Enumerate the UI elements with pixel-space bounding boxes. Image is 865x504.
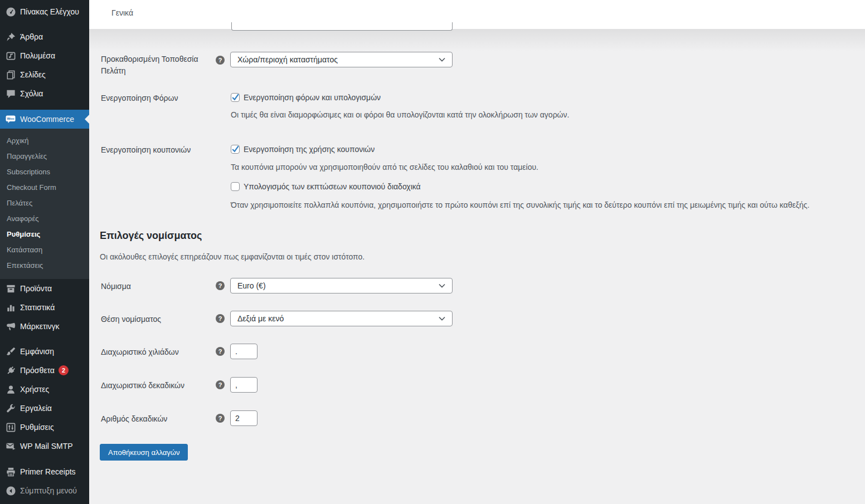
help-icon[interactable]: ? [216, 56, 225, 65]
thousand-separator-input[interactable] [230, 344, 257, 359]
admin-sidebar: Πίνακας Ελέγχου Άρθρα Πολυμέσα Σελίδες Σ… [0, 0, 89, 504]
sidebar-item-pages[interactable]: Σελίδες [0, 65, 89, 84]
main-content: Γενικά Προκαθορισμένη Τοποθεσία Πελάτη ?… [89, 0, 865, 504]
sidebar-subitem-checkout-form[interactable]: Checkout Form [0, 180, 89, 195]
sidebar-item-marketing[interactable]: Μάρκετινγκ [0, 317, 89, 336]
sidebar-subitem-subscriptions[interactable]: Subscriptions [0, 164, 89, 180]
default-location-label: Προκαθορισμένη Τοποθεσία Πελάτη [101, 53, 215, 77]
sidebar-item-plugins[interactable]: Πρόσθετα 2 [0, 361, 89, 380]
default-location-select[interactable]: Χώρα/περιοχή καταστήματος [230, 52, 453, 67]
active-menu-arrow [85, 115, 89, 124]
sidebar-item-label: Άρθρα [20, 32, 43, 41]
sidebar-item-users[interactable]: Χρήστες [0, 380, 89, 399]
sidebar-subitem-orders[interactable]: Παραγγελίες [0, 149, 89, 164]
sidebar-item-label: Στατιστικά [20, 303, 55, 312]
help-icon[interactable]: ? [216, 281, 225, 290]
decimal-separator-label: Διαχωριστικό δεκαδικών [101, 380, 215, 392]
woocommerce-submenu: Αρχική Παραγγελίες Subscriptions Checkou… [0, 129, 89, 279]
help-icon[interactable]: ? [216, 414, 225, 423]
sidebar-item-wp-mail-smtp[interactable]: WP Mail SMTP [0, 437, 89, 456]
sequential-coupons-description: Όταν χρησιμοποιείτε πολλαπλά κουπόνια, χ… [231, 199, 809, 211]
sidebar-item-analytics[interactable]: Στατιστικά [0, 298, 89, 317]
comments-icon [5, 88, 16, 99]
sidebar-item-label: Primer Receipts [20, 467, 76, 476]
sidebar-subitem-settings[interactable]: Ρυθμίσεις [0, 227, 89, 242]
enable-taxes-label: Ενεργοποίηση Φόρων [101, 92, 215, 104]
sidebar-item-comments[interactable]: Σχόλια [0, 84, 89, 103]
sliders-icon [5, 422, 16, 433]
bar-chart-icon [5, 302, 16, 313]
woocommerce-icon: Woo [5, 114, 16, 125]
settings-tab-bar: Γενικά [89, 0, 865, 29]
sidebar-item-settings[interactable]: Ρυθμίσεις [0, 418, 89, 437]
decimal-separator-input[interactable] [230, 377, 257, 393]
sidebar-item-media[interactable]: Πολυμέσα [0, 46, 89, 65]
topbar-shadow [89, 29, 865, 51]
num-decimals-label: Αριθμός δεκαδικών [101, 413, 215, 425]
sidebar-subitem-customers[interactable]: Πελάτες [0, 195, 89, 211]
sidebar-item-label: Προϊόντα [20, 284, 52, 293]
user-icon [5, 384, 16, 395]
sidebar-item-label: Πολυμέσα [20, 51, 55, 60]
enable-coupons-description: Τα κουπόνια μπορούν να χρησιμοποιηθούν α… [231, 162, 538, 173]
checkmark-icon [231, 92, 240, 102]
default-location-value: Χώρα/περιοχή καταστήματος [237, 55, 338, 64]
enable-coupons-checkbox[interactable] [231, 145, 240, 154]
help-icon[interactable]: ? [216, 314, 225, 323]
tab-general[interactable]: Γενικά [111, 8, 133, 17]
sidebar-item-products[interactable]: Προϊόντα [0, 279, 89, 298]
sidebar-item-label: Ρυθμίσεις [20, 423, 54, 432]
svg-text:Woo: Woo [7, 117, 14, 120]
currency-select[interactable]: Euro (€) [230, 278, 453, 293]
pages-icon [5, 69, 16, 80]
sidebar-subitem-status[interactable]: Κατάσταση [0, 242, 89, 258]
currency-value: Euro (€) [237, 281, 266, 290]
currency-position-value: Δεξιά με κενό [237, 314, 284, 323]
sequential-coupons-checkbox[interactable] [231, 182, 240, 191]
megaphone-icon [5, 321, 16, 332]
thousand-separator-label: Διαχωριστικό χιλιάδων [101, 346, 215, 358]
help-icon[interactable]: ? [216, 380, 225, 389]
sidebar-item-dashboard[interactable]: Πίνακας Ελέγχου [0, 2, 89, 21]
pin-icon [5, 31, 16, 42]
cropped-select[interactable] [231, 22, 453, 31]
chevron-down-icon [438, 55, 446, 64]
sidebar-subitem-reports[interactable]: Αναφορές [0, 211, 89, 227]
sidebar-item-tools[interactable]: Εργαλεία [0, 399, 89, 418]
sidebar-item-collapse-menu[interactable]: Σύμπτυξη μενού [0, 481, 89, 500]
sidebar-item-primer-receipts[interactable]: Primer Receipts [0, 462, 89, 481]
currency-options-description: Οι ακόλουθες επιλογές επηρεάζουν πως εμφ… [100, 251, 365, 263]
enable-taxes-checkbox-label: Ενεργοποίηση φόρων και υπολογισμών [244, 92, 381, 104]
sidebar-item-label: WooCommerce [20, 115, 74, 124]
wrench-icon [5, 403, 16, 414]
sidebar-item-label: Μάρκετινγκ [20, 322, 60, 331]
sidebar-item-label: Σύμπτυξη μενού [20, 486, 77, 495]
plugin-icon [5, 365, 16, 376]
sidebar-item-posts[interactable]: Άρθρα [0, 27, 89, 46]
sidebar-item-appearance[interactable]: Εμφάνιση [0, 342, 89, 361]
currency-label: Νόμισμα [101, 281, 215, 292]
currency-position-select[interactable]: Δεξιά με κενό [230, 311, 453, 326]
enable-taxes-description: Οι τιμές θα είναι διαμορφώσιμες και οι φ… [231, 109, 569, 121]
save-changes-button[interactable]: Αποθήκευση αλλαγών [100, 444, 188, 461]
sidebar-subitem-home[interactable]: Αρχική [0, 133, 89, 149]
sidebar-subitem-extensions[interactable]: Επεκτάσεις [0, 258, 89, 273]
help-icon[interactable]: ? [216, 347, 225, 356]
chevron-down-icon [438, 314, 446, 323]
sidebar-item-label: WP Mail SMTP [20, 442, 73, 451]
products-box-icon [5, 283, 16, 294]
sidebar-item-woocommerce[interactable]: Woo WooCommerce [0, 110, 89, 129]
brush-icon [5, 346, 16, 357]
sidebar-item-label: Εμφάνιση [20, 347, 54, 356]
enable-coupons-label: Ενεργοποίηση κουπονιών [101, 144, 215, 156]
num-decimals-input[interactable] [230, 410, 257, 426]
media-icon [5, 50, 16, 61]
chevron-down-icon [438, 281, 446, 290]
plugins-update-badge: 2 [59, 365, 69, 375]
sidebar-item-label: Πρόσθετα [20, 366, 55, 375]
sidebar-item-label: Σελίδες [20, 70, 46, 79]
printer-icon [5, 466, 16, 477]
enable-taxes-checkbox[interactable] [231, 93, 240, 102]
sidebar-item-label: Πίνακας Ελέγχου [20, 7, 79, 16]
collapse-icon [5, 485, 16, 496]
